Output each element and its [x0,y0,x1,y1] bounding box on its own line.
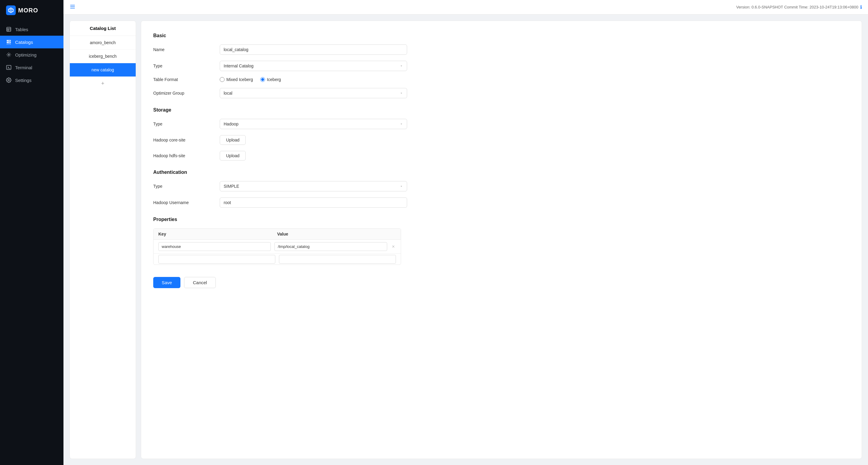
radio-iceberg-label: Iceberg [267,77,281,82]
catalog-item-amoro-bench[interactable]: amoro_bench [70,36,136,50]
hadoop-hdfs-site-upload-button[interactable]: Upload [220,151,246,161]
hadoop-username-control [220,197,407,208]
sidebar-item-catalogs[interactable]: Catalogs [0,36,63,48]
form-row-type: Type Internal Catalog Hive Custom [153,61,849,71]
table-icon [6,27,11,32]
radio-mixed-iceberg-label: Mixed Iceberg [226,77,253,82]
type-label: Type [153,63,214,68]
optimizer-group-label: Optimizer Group [153,91,214,95]
property-key-empty[interactable] [158,255,275,264]
topbar-left [69,4,75,11]
form-row-hadoop-hdfs: Hadoop hdfs-site Upload [153,151,849,161]
auth-type-select[interactable]: SIMPLE KERBEROS [220,181,407,192]
form-row-hadoop-core: Hadoop core-site Upload [153,135,849,145]
auth-type-label: Type [153,184,214,188]
property-remove-0[interactable]: × [391,244,396,250]
section-properties-title: Properties [153,217,849,222]
radio-iceberg[interactable]: Iceberg [260,77,281,82]
properties-value-header: Value [277,232,396,236]
property-value-empty[interactable] [279,255,396,264]
section-storage-title: Storage [153,107,849,113]
topbar: Version: 0.6.0-SNAPSHOT Commit Time: 202… [63,0,868,14]
storage-type-control: Hadoop S3 Local [220,119,407,129]
type-control: Internal Catalog Hive Custom [220,61,407,71]
logo-icon [6,5,16,15]
topbar-right: Version: 0.6.0-SNAPSHOT Commit Time: 202… [736,4,862,10]
properties-header: Key Value [154,229,401,240]
property-key-0[interactable] [158,242,271,251]
sidebar-item-terminal[interactable]: Terminal [0,61,63,74]
cancel-button[interactable]: Cancel [184,277,216,288]
info-icon: ℹ [860,4,862,10]
svg-point-7 [8,54,10,56]
sidebar-item-optimizing-label: Optimizing [15,52,37,57]
version-info: Version: 0.6.0-SNAPSHOT Commit Time: 202… [736,5,858,9]
form-panel: Basic Name Type Internal Catalog Hive Cu… [141,21,862,459]
storage-type-label: Type [153,121,214,126]
form-row-name: Name [153,45,849,55]
radio-mixed-iceberg-input[interactable] [220,77,224,82]
optimizing-icon [6,52,11,57]
svg-point-6 [7,42,8,43]
terminal-icon [6,65,11,70]
table-format-control: Mixed Iceberg Iceberg [220,77,407,82]
sidebar-item-tables-label: Tables [15,27,28,32]
properties-key-header: Key [158,232,277,236]
svg-rect-1 [7,27,11,31]
hadoop-username-input[interactable] [220,197,407,208]
radio-iceberg-input[interactable] [260,77,265,82]
storage-type-select[interactable]: Hadoop S3 Local [220,119,407,129]
form-row-hadoop-username: Hadoop Username [153,197,849,208]
radio-mixed-iceberg[interactable]: Mixed Iceberg [220,77,253,82]
catalog-list-panel: Catalog List amoro_bench iceberg_bench n… [69,21,136,459]
properties-section: Key Value × [153,228,849,265]
optimizer-group-control: local default [220,88,407,98]
menu-icon[interactable] [69,4,75,11]
sidebar-item-settings-label: Settings [15,78,31,83]
sidebar-item-catalogs-label: Catalogs [15,39,33,45]
logo-text: MORO [18,7,38,14]
main-content: Version: 0.6.0-SNAPSHOT Commit Time: 202… [63,0,868,465]
form-row-table-format: Table Format Mixed Iceberg Iceberg [153,77,849,82]
catalog-item-new-catalog[interactable]: new catalog [70,63,136,77]
name-control [220,45,407,55]
property-row-empty [154,254,401,265]
type-select[interactable]: Internal Catalog Hive Custom [220,61,407,71]
hadoop-hdfs-site-label: Hadoop hdfs-site [153,153,214,158]
catalog-icon [6,39,11,45]
catalog-list-header: Catalog List [70,21,136,36]
page-body: Catalog List amoro_bench iceberg_bench n… [63,14,868,465]
sidebar-item-optimizing[interactable]: Optimizing [0,48,63,61]
sidebar: MORO Tables Catalogs [0,0,63,465]
hadoop-hdfs-site-control: Upload [220,151,407,161]
settings-icon [6,78,11,83]
form-row-storage-type: Type Hadoop S3 Local [153,119,849,129]
name-input[interactable] [220,45,407,55]
auth-type-control: SIMPLE KERBEROS [220,181,407,192]
table-format-radio-group: Mixed Iceberg Iceberg [220,77,407,82]
catalog-item-iceberg-bench[interactable]: iceberg_bench [70,50,136,63]
svg-point-5 [7,40,8,41]
sidebar-item-tables[interactable]: Tables [0,23,63,36]
sidebar-item-settings[interactable]: Settings [0,74,63,86]
optimizer-group-select[interactable]: local default [220,88,407,98]
logo-area: MORO [0,0,63,21]
hadoop-core-site-upload-button[interactable]: Upload [220,135,246,145]
sidebar-nav: Tables Catalogs Optimizing [0,21,63,89]
sidebar-item-terminal-label: Terminal [15,65,32,70]
save-button[interactable]: Save [153,277,180,288]
hadoop-core-site-control: Upload [220,135,407,145]
hadoop-username-label: Hadoop Username [153,200,214,205]
hadoop-core-site-label: Hadoop core-site [153,138,214,142]
property-value-0[interactable] [274,242,387,251]
svg-point-10 [8,80,10,81]
section-auth-title: Authentication [153,170,849,175]
form-row-auth-type: Type SIMPLE KERBEROS [153,181,849,192]
table-format-label: Table Format [153,77,214,82]
catalog-add-button[interactable]: + [70,77,136,90]
property-row-0: × [154,240,401,254]
name-label: Name [153,47,214,52]
section-basic-title: Basic [153,33,849,38]
form-row-optimizer-group: Optimizer Group local default [153,88,849,98]
form-actions: Save Cancel [153,274,849,288]
